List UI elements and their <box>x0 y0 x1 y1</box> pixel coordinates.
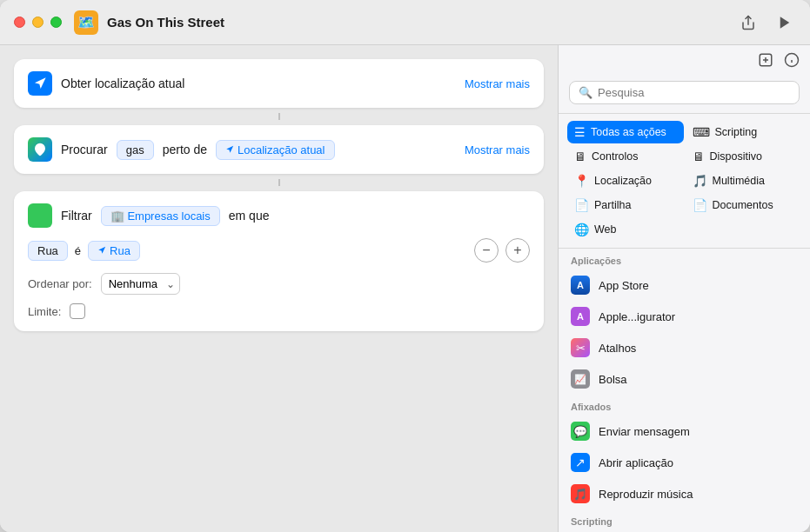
workflow-panel: Obter localização atual Mostrar mais <box>0 45 558 532</box>
search-input[interactable] <box>598 86 790 99</box>
dispositivo-icon: 🖥 <box>693 150 705 163</box>
list-item-apple-configurator[interactable]: A Apple...igurator <box>559 301 810 332</box>
list-item-abrir-aplicacao[interactable]: ↗ Abrir aplicação <box>559 447 810 478</box>
add-panel-button[interactable] <box>758 52 773 72</box>
connector-1 <box>278 113 280 120</box>
atalhos-icon: ✂ <box>571 338 590 357</box>
sort-select-wrapper[interactable]: Nenhuma <box>101 273 180 295</box>
location-icon <box>28 71 52 96</box>
todas-icon: ☰ <box>574 125 586 139</box>
main-content: Obter localização atual Mostrar mais <box>0 45 810 532</box>
abrir-aplicacao-icon: ↗ <box>571 453 590 472</box>
action3-filtrar-label: Filtrar <box>61 209 92 223</box>
cat-multimidia[interactable]: 🎵 Multimédia <box>686 170 802 192</box>
action3-empresas-pill[interactable]: 🏢 Empresas locais <box>101 206 220 226</box>
documentos-icon: 📄 <box>693 198 707 212</box>
reproduzir-musica-label: Reproduzir música <box>599 488 693 501</box>
add-filter-button[interactable]: + <box>505 238 530 263</box>
appleconfigurator-icon: A <box>571 307 590 326</box>
traffic-lights <box>14 17 62 28</box>
section-aplicacoes: Aplicações <box>559 249 810 269</box>
appstore-icon: A <box>571 276 590 295</box>
list-item-reproduzir-musica[interactable]: 🎵 Reproduzir música <box>559 478 810 509</box>
cat-partilha-label: Partilha <box>594 199 631 211</box>
web-icon: 🌐 <box>574 223 589 236</box>
app-window: 🗺️ Gas On This Street <box>0 0 810 532</box>
app-icon: 🗺️ <box>74 10 98 35</box>
multimidia-icon: 🎵 <box>693 174 707 188</box>
enviar-mensagem-icon: 💬 <box>571 422 590 441</box>
localizacao-icon: 📍 <box>574 174 589 188</box>
cat-localizacao-label: Localização <box>594 175 652 187</box>
actions-list: Aplicações A App Store A Apple...igurato… <box>559 249 810 532</box>
action2-location-pill[interactable]: Localização atual <box>216 140 334 160</box>
search-bar: 🔍 <box>559 72 810 114</box>
action2-perto-label: perto de <box>163 143 207 156</box>
minimize-button[interactable] <box>32 17 44 28</box>
share-button[interactable] <box>737 11 760 34</box>
action3-em-que-label: em que <box>229 209 270 223</box>
controlos-icon: 🖥 <box>574 150 586 163</box>
info-panel-button[interactable] <box>784 52 800 72</box>
cat-scripting[interactable]: ⌨ Scripting <box>686 121 802 143</box>
filter-e-label: é <box>75 244 81 257</box>
sort-row: Ordenar por: Nenhuma <box>28 273 530 295</box>
filter-rua2[interactable]: Rua <box>88 241 140 261</box>
action-get-location: Obter localização atual Mostrar mais <box>14 59 544 108</box>
filter-rua1[interactable]: Rua <box>28 241 68 261</box>
section-afixados: Afixados <box>559 395 810 416</box>
appleconfigurator-label: Apple...igurator <box>599 310 675 323</box>
bolsa-icon: 📈 <box>571 369 590 389</box>
list-item-atalhos[interactable]: ✂ Atalhos <box>559 332 810 363</box>
svg-marker-11 <box>98 247 105 254</box>
bolsa-label: Bolsa <box>599 373 627 386</box>
action2-gas-pill[interactable]: gas <box>117 140 154 160</box>
search-input-wrap: 🔍 <box>569 81 800 104</box>
close-button[interactable] <box>14 17 25 28</box>
limit-label: Limite: <box>28 305 61 318</box>
actions-panel: 🔍 ☰ Todas as ações ⌨ Scripting 🖥 Control… <box>558 45 810 532</box>
window-title: Gas On This Street <box>107 15 737 30</box>
cat-localizacao[interactable]: 📍 Localização <box>567 170 684 192</box>
sort-label: Ordenar por: <box>28 277 92 290</box>
svg-point-3 <box>38 147 42 150</box>
titlebar: 🗺️ Gas On This Street <box>0 0 810 45</box>
cat-controlos[interactable]: 🖥 Controlos <box>567 145 684 168</box>
cat-controlos-label: Controlos <box>592 150 639 163</box>
cat-documentos[interactable]: 📄 Documentos <box>686 194 802 216</box>
remove-filter-button[interactable]: − <box>474 238 499 263</box>
sort-select[interactable]: Nenhuma <box>101 273 180 295</box>
svg-marker-1 <box>780 17 790 29</box>
cat-partilha[interactable]: 📄 Partilha <box>567 194 684 216</box>
filter-criteria-row: Rua é Rua − + <box>28 238 530 263</box>
cat-web[interactable]: 🌐 Web <box>567 218 684 241</box>
action1-mostrar-mais[interactable]: Mostrar mais <box>465 77 530 90</box>
cat-todas-as-acoes[interactable]: ☰ Todas as ações <box>567 121 684 143</box>
maximize-button[interactable] <box>50 17 62 28</box>
maps-icon <box>28 137 52 162</box>
partilha-icon: 📄 <box>574 198 589 212</box>
section-scripting: Scripting <box>559 509 810 530</box>
action2-mostrar-mais[interactable]: Mostrar mais <box>465 143 530 156</box>
category-grid: ☰ Todas as ações ⌨ Scripting 🖥 Controlos… <box>559 114 810 249</box>
list-item-appstore[interactable]: A App Store <box>559 269 810 301</box>
enviar-mensagem-label: Enviar mensagem <box>599 425 690 438</box>
appstore-label: App Store <box>599 279 649 292</box>
cat-scripting-label: Scripting <box>715 126 758 138</box>
abrir-aplicacao-label: Abrir aplicação <box>599 456 673 469</box>
filter-icon <box>28 203 52 228</box>
cat-todas-label: Todas as ações <box>591 126 666 138</box>
svg-marker-4 <box>226 146 233 153</box>
titlebar-actions <box>737 11 796 34</box>
panel-header <box>559 45 810 72</box>
list-item-enviar-mensagem[interactable]: 💬 Enviar mensagem <box>559 416 810 447</box>
play-button[interactable] <box>773 11 796 34</box>
list-item-bolsa[interactable]: 📈 Bolsa <box>559 363 810 395</box>
filter-content: Rua é Rua − + Ordenar por: <box>28 238 530 319</box>
reproduzir-musica-icon: 🎵 <box>571 484 590 503</box>
cat-web-label: Web <box>594 223 616 236</box>
cat-dispositivo[interactable]: 🖥 Dispositivo <box>686 145 802 168</box>
connector-2 <box>278 179 280 186</box>
limit-checkbox[interactable] <box>70 303 85 319</box>
action-filter: Filtrar 🏢 Empresas locais em que Rua é R… <box>14 191 544 331</box>
